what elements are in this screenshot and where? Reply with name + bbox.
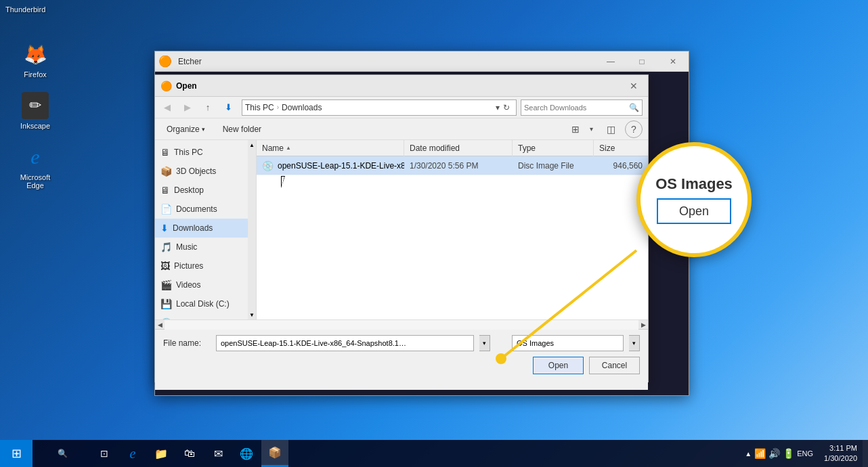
start-icon: ⊞ xyxy=(12,446,22,461)
tray-volume-icon[interactable]: 🔊 xyxy=(768,448,780,459)
sidebar-scroll-up[interactable]: ▲ xyxy=(248,140,256,150)
desktop-icon-edge[interactable]: e Microsoft Edge xyxy=(14,143,57,190)
tray-lang-indicator[interactable]: ENG xyxy=(797,449,813,458)
tray-up-arrow[interactable]: ▲ xyxy=(745,450,752,458)
taskbar-clock[interactable]: 3:11 PM 1/30/2020 xyxy=(819,443,863,464)
inkscape-label: Inkscape xyxy=(20,122,50,130)
open-button[interactable]: Open xyxy=(533,357,584,374)
desktop-icon-inkscape[interactable]: ✏ Inkscape xyxy=(14,92,57,130)
firefox-label: Firefox xyxy=(24,70,47,79)
downloads-icon: ⬇ xyxy=(160,223,169,234)
new-folder-button[interactable]: New folder xyxy=(217,122,267,137)
sidebar-scroll-down[interactable]: ▼ xyxy=(248,310,256,319)
etcher-maximize-button[interactable]: □ xyxy=(626,51,657,72)
view-icon-button[interactable]: ⊞ xyxy=(567,120,584,138)
column-name[interactable]: Name ▲ xyxy=(257,140,404,156)
tray-network-icon[interactable]: 📶 xyxy=(754,448,766,459)
horizontal-scrollbar: ◀ ▶ xyxy=(155,319,648,329)
dialog-title-text: Open xyxy=(176,81,625,91)
taskbar-task-view-button[interactable]: ⊡ xyxy=(91,440,118,467)
sidebar-item-documents-label: Documents xyxy=(176,204,217,214)
task-view-icon: ⊡ xyxy=(100,448,108,459)
hscroll-right-button[interactable]: ▶ xyxy=(638,320,648,330)
inkscape-icon: ✏ xyxy=(22,92,49,119)
network-icon: 🌐 xyxy=(240,447,253,460)
sidebar-item-localdisk[interactable]: 💾 Local Disk (C:) xyxy=(155,294,256,313)
start-button[interactable]: ⊞ xyxy=(0,440,32,467)
filename-label: File name: xyxy=(163,338,211,348)
localdisk-icon: 💾 xyxy=(160,298,172,309)
etcher-window-controls: — □ ✕ xyxy=(595,51,689,72)
dialog-title-icon: 🟠 xyxy=(160,81,172,91)
nav-up-button[interactable]: ↑ xyxy=(198,98,217,117)
tray-battery-icon[interactable]: 🔋 xyxy=(783,448,794,459)
search-input[interactable] xyxy=(524,104,629,112)
sidebar-item-3dobjects-label: 3D Objects xyxy=(176,166,216,176)
filename-input-display[interactable]: openSUSE-Leap-15.1-KDE-Live-x86_64-Snaps… xyxy=(216,335,474,351)
taskbar-time-display: 3:11 PM xyxy=(824,443,857,453)
sidebar-item-thispc-label: This PC xyxy=(174,148,203,157)
address-breadcrumb: This PC › Downloads xyxy=(245,103,493,112)
taskbar-search-button[interactable]: 🔍 xyxy=(35,440,89,467)
sidebar-item-videos-label: Videos xyxy=(176,280,200,290)
sidebar-item-downloads[interactable]: ⬇ Downloads xyxy=(155,219,256,238)
etcher-minimize-button[interactable]: — xyxy=(595,51,626,72)
address-part-thispc[interactable]: This PC xyxy=(245,103,274,112)
address-refresh-button[interactable]: ↻ xyxy=(500,101,513,114)
search-icon: 🔍 xyxy=(629,103,639,112)
sidebar-item-documents[interactable]: 📄 Documents xyxy=(155,200,256,219)
cancel-button[interactable]: Cancel xyxy=(589,357,640,374)
sidebar-item-downloads-label: Downloads xyxy=(173,223,213,233)
file-cell-name: 💿 openSUSE-Leap-15.1-KDE-Live-x86_64-S..… xyxy=(257,160,404,171)
filetype-dropdown-arrow[interactable]: ▾ xyxy=(629,335,640,351)
organize-button[interactable]: Organize ▾ xyxy=(160,122,211,137)
sidebar-item-desktop[interactable]: 🖥 Desktop xyxy=(155,181,256,200)
sidebar-item-music[interactable]: 🎵 Music xyxy=(155,238,256,257)
column-type[interactable]: Type xyxy=(513,140,594,156)
sidebar-scrollbar: ▲ ▼ xyxy=(248,140,256,319)
edge-taskbar-icon: e xyxy=(130,446,136,462)
etcher-title: Etcher xyxy=(175,57,595,66)
taskbar-icons: 🔍 ⊡ e 📁 🛍 ✉ 🌐 📦 xyxy=(32,440,739,467)
sidebar-item-3dobjects[interactable]: 📦 3D Objects xyxy=(155,162,256,181)
column-modified[interactable]: Date modified xyxy=(404,140,513,156)
taskbar-network-button[interactable]: 🌐 xyxy=(233,440,260,467)
address-part-downloads[interactable]: Downloads xyxy=(282,103,322,112)
address-separator-1: › xyxy=(277,104,279,111)
nav-download-button[interactable]: ⬇ xyxy=(219,98,238,117)
column-type-label: Type xyxy=(518,143,536,153)
desktop-icon-firefox[interactable]: 🦊 Firefox xyxy=(14,41,57,79)
help-button[interactable]: ? xyxy=(625,120,643,138)
taskbar-mail-button[interactable]: ✉ xyxy=(204,440,232,467)
taskbar-edge-button[interactable]: e xyxy=(119,440,146,467)
taskbar-etcher-button[interactable]: 📦 xyxy=(261,440,288,467)
taskbar-store-button[interactable]: 🛍 xyxy=(176,440,203,467)
sidebar-item-thispc[interactable]: 🖥 This PC xyxy=(155,143,256,162)
file-disc-icon: 💿 xyxy=(262,160,274,171)
filename-dropdown-arrow[interactable]: ▾ xyxy=(479,335,490,351)
desktop-icon: 🖥 xyxy=(160,185,170,196)
filename-row: File name: openSUSE-Leap-15.1-KDE-Live-x… xyxy=(163,335,640,351)
search-taskbar-icon: 🔍 xyxy=(58,449,68,458)
file-cell-type: Disc Image File xyxy=(513,161,594,171)
preview-pane-button[interactable]: ◫ xyxy=(602,120,620,138)
view-dropdown-button[interactable]: ▾ xyxy=(586,120,596,138)
etcher-close-button[interactable]: ✕ xyxy=(657,51,689,72)
dialog-close-button[interactable]: ✕ xyxy=(625,77,643,95)
sidebar-item-pictures[interactable]: 🖼 Pictures xyxy=(155,257,256,275)
nav-back-button[interactable]: ◀ xyxy=(158,98,177,117)
file-row-opensuse[interactable]: 💿 openSUSE-Leap-15.1-KDE-Live-x86_64-S..… xyxy=(257,156,648,175)
show-desktop-button[interactable] xyxy=(863,440,868,467)
sort-arrow: ▲ xyxy=(286,145,291,151)
sidebar-item-videos[interactable]: 🎬 Videos xyxy=(155,275,256,294)
taskbar-file-explorer-button[interactable]: 📁 xyxy=(148,440,175,467)
filetype-select[interactable]: OS Images xyxy=(512,335,624,351)
hscroll-left-button[interactable]: ◀ xyxy=(155,320,165,330)
mail-icon: ✉ xyxy=(214,447,223,460)
organize-dropdown-icon: ▾ xyxy=(202,126,205,133)
file-list-area: Name ▲ Date modified Type Size 💿 openSUS… xyxy=(257,140,648,319)
sidebar-item-desktop-label: Desktop xyxy=(174,185,204,195)
file-list-header: Name ▲ Date modified Type Size xyxy=(257,140,648,156)
nav-forward-button[interactable]: ▶ xyxy=(178,98,197,117)
sidebar-item-cddrive-d[interactable]: 💿 CD Drive (D:) CC xyxy=(155,313,256,319)
